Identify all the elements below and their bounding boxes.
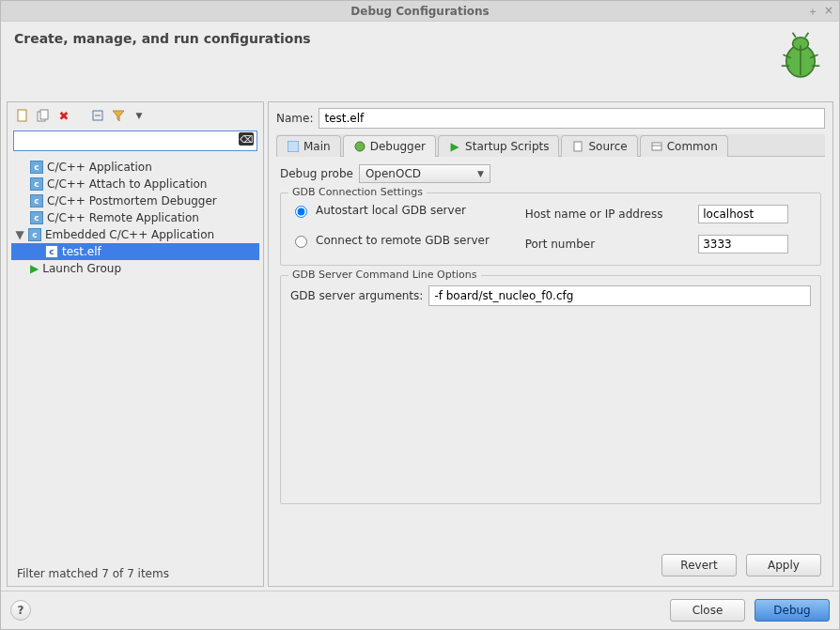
c-file-icon: c — [30, 177, 43, 191]
svg-rect-16 — [574, 142, 582, 151]
revert-button[interactable]: Revert — [661, 554, 737, 576]
tree-item-c-remote[interactable]: cC/C++ Remote Application — [11, 209, 259, 226]
main-area: ✖ ▼ ⌫ cC/C++ Application cC/C++ Attach t… — [1, 101, 839, 591]
dropdown-arrow-icon[interactable]: ▼ — [132, 108, 147, 123]
radio-autostart-gdb[interactable]: Autostart local GDB server — [290, 203, 512, 218]
filter-status: Filter matched 7 of 7 items — [8, 561, 263, 586]
host-label: Host name or IP address — [525, 207, 686, 221]
duplicate-config-icon[interactable] — [36, 108, 51, 123]
bottom-bar: ? Close Debug — [1, 591, 839, 629]
tree-item-c-app[interactable]: cC/C++ Application — [11, 159, 259, 176]
close-button[interactable]: Close — [670, 599, 745, 622]
svg-rect-17 — [652, 143, 661, 150]
launch-group-icon: ▶ — [30, 262, 39, 275]
svg-rect-9 — [18, 110, 26, 121]
startup-tab-icon: ▶ — [448, 140, 461, 153]
c-file-icon: c — [28, 228, 41, 241]
apply-button[interactable]: Apply — [746, 554, 821, 576]
tree-item-label: C/C++ Attach to Application — [47, 177, 207, 191]
filter-icon[interactable] — [111, 108, 126, 123]
port-label: Port number — [525, 238, 686, 251]
svg-line-8 — [805, 33, 808, 38]
tree-item-c-attach[interactable]: cC/C++ Attach to Application — [11, 176, 259, 192]
clear-filter-icon[interactable]: ⌫ — [239, 132, 254, 146]
delete-config-icon[interactable]: ✖ — [56, 108, 71, 123]
port-input[interactable] — [698, 235, 788, 254]
radio-label: Autostart local GDB server — [316, 204, 466, 217]
window-title: Debug Configurations — [350, 5, 489, 18]
c-file-icon: c — [30, 194, 43, 207]
tab-label: Debugger — [370, 140, 426, 153]
c-file-icon: c — [30, 211, 43, 224]
close-icon[interactable]: × — [824, 4, 833, 20]
tab-debugger[interactable]: Debugger — [343, 135, 436, 157]
gdb-connection-fieldset: GDB Connection Settings Autostart local … — [280, 192, 821, 266]
tab-main[interactable]: Main — [276, 135, 341, 157]
tree-item-label: C/C++ Remote Application — [47, 211, 199, 224]
svg-rect-11 — [40, 110, 48, 119]
bug-icon — [775, 31, 826, 85]
right-panel: Name: Main Debugger ▶Startup Scripts Sou… — [268, 101, 833, 587]
debugger-tab-icon — [353, 140, 366, 153]
radio-remote-gdb[interactable]: Connect to remote GDB server — [290, 233, 512, 248]
tree-item-embedded[interactable]: ▼cEmbedded C/C++ Application — [11, 226, 259, 243]
config-tree: cC/C++ Application cC/C++ Attach to Appl… — [8, 153, 263, 561]
name-label: Name: — [276, 112, 313, 125]
debug-probe-value: OpenOCD — [366, 167, 421, 180]
tree-item-label: C/C++ Postmortem Debugger — [47, 194, 217, 207]
new-config-icon[interactable] — [15, 108, 30, 123]
tab-source[interactable]: Source — [561, 135, 637, 157]
name-input[interactable] — [319, 108, 825, 129]
tree-item-c-postmortem[interactable]: cC/C++ Postmortem Debugger — [11, 192, 259, 209]
gdb-server-options-fieldset: GDB Server Command Line Options GDB serv… — [280, 275, 821, 504]
host-input[interactable] — [698, 205, 788, 223]
expand-arrow-icon[interactable]: ▼ — [15, 228, 24, 241]
gdb-args-input[interactable] — [428, 285, 811, 306]
common-tab-icon — [650, 140, 663, 153]
debug-probe-combo[interactable]: OpenOCD ▼ — [359, 164, 490, 183]
left-toolbar: ✖ ▼ — [8, 102, 263, 129]
collapse-all-icon[interactable] — [90, 108, 105, 123]
left-panel: ✖ ▼ ⌫ cC/C++ Application cC/C++ Attach t… — [7, 101, 264, 587]
c-file-icon: c — [45, 245, 58, 258]
tree-item-label: Launch Group — [42, 262, 121, 275]
tree-item-label: Embedded C/C++ Application — [45, 228, 214, 241]
gdb-connection-legend: GDB Connection Settings — [288, 186, 427, 198]
chevron-down-icon: ▼ — [477, 169, 484, 178]
tab-label: Common — [667, 140, 718, 153]
tree-item-label: C/C++ Application — [47, 161, 152, 174]
tabs-bar: Main Debugger ▶Startup Scripts Source Co… — [276, 134, 825, 157]
help-button[interactable]: ? — [10, 600, 31, 621]
svg-line-7 — [793, 33, 796, 38]
tree-item-test-elf[interactable]: ctest.elf — [11, 243, 259, 260]
titlebar: Debug Configurations ＋ × — [1, 1, 839, 22]
tree-item-launch-group[interactable]: ▶Launch Group — [11, 260, 259, 277]
tab-startup[interactable]: ▶Startup Scripts — [438, 135, 559, 157]
debug-button[interactable]: Debug — [754, 599, 830, 622]
header: Create, manage, and run configurations — [1, 22, 839, 101]
source-tab-icon — [571, 140, 584, 153]
radio-label: Connect to remote GDB server — [316, 234, 490, 247]
svg-point-15 — [355, 142, 365, 151]
svg-rect-14 — [288, 141, 299, 152]
page-title: Create, manage, and run configurations — [14, 31, 311, 46]
radio-autostart-input[interactable] — [295, 206, 307, 218]
gdb-args-label: GDB server arguments: — [290, 289, 423, 302]
radio-remote-input[interactable] — [295, 236, 307, 248]
debug-probe-label: Debug probe — [280, 167, 353, 180]
tree-item-label: test.elf — [62, 245, 101, 258]
tab-common[interactable]: Common — [640, 135, 728, 157]
right-footer: Revert Apply — [276, 550, 825, 580]
gdb-server-options-legend: GDB Server Command Line Options — [288, 269, 481, 281]
debug-configurations-window: Debug Configurations ＋ × Create, manage,… — [0, 0, 840, 630]
c-file-icon: c — [30, 161, 43, 174]
tab-label: Source — [588, 140, 627, 153]
tab-label: Main — [303, 140, 331, 153]
debugger-tab-content: Debug probe OpenOCD ▼ GDB Connection Set… — [276, 157, 825, 550]
minimize-icon[interactable]: ＋ — [807, 4, 818, 20]
filter-input[interactable] — [13, 131, 257, 151]
tab-label: Startup Scripts — [465, 140, 549, 153]
main-tab-icon — [287, 140, 300, 153]
